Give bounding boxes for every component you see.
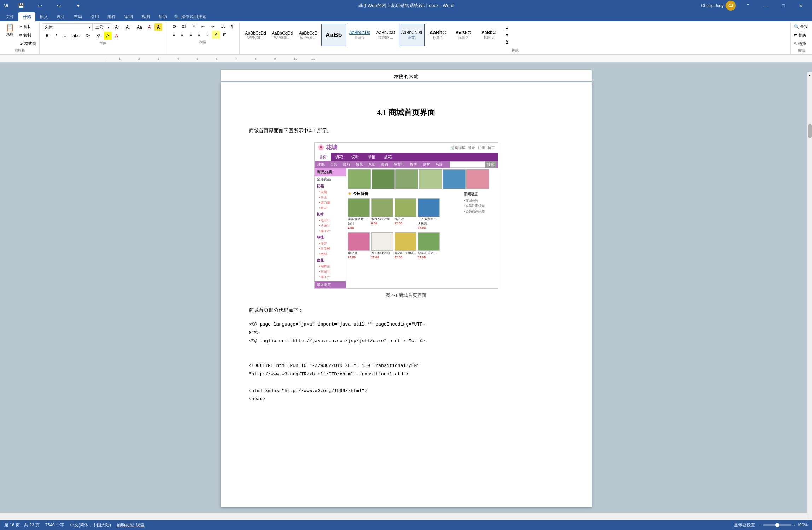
clear-format-button[interactable]: A [146,23,153,31]
fs-subnav-gerbera: 菊花 [353,161,366,168]
redo-button[interactable]: ↪ [51,0,67,11]
zoom-in-button[interactable]: + [793,523,795,528]
style-wpsoff2[interactable]: AaBbCcDd WPSOff… [269,24,295,46]
replace-button[interactable]: ⇄ 替换 [793,31,809,39]
tab-home[interactable]: 开始 [18,12,35,21]
style-h2[interactable]: AaBbC 标题 2 [451,24,475,46]
tab-layout[interactable]: 布局 [69,12,86,21]
numbering-button[interactable]: ≡1 [180,23,189,30]
justify-button[interactable]: ≡ [195,31,203,39]
format-painter-button[interactable]: 🖌 格式刷 [18,40,37,47]
bullets-button[interactable]: ≡• [170,23,179,30]
style-expand-button[interactable]: ⊻ [502,39,512,46]
show-marks-button[interactable]: ¶ [228,23,236,30]
tab-file[interactable]: 文件 [1,12,18,21]
paragraph-group: ≡• ≡1 ⊞ ⇤ ⇥ ↕A ¶ ≡ ≡ ≡ ≡ ↕ A ⊡ [166,22,240,54]
align-center-button[interactable]: ≡ [178,31,186,39]
borders-button[interactable]: ⊡ [221,31,229,39]
tab-mailings[interactable]: 邮件 [103,12,120,21]
ribbon-tabs: 文件 开始 插入 设计 布局 引用 邮件 审阅 视图 帮助 🔍 操作说明搜索 [0,11,812,21]
style-heading-big[interactable]: AaBb [321,24,346,46]
tab-help[interactable]: 帮助 [154,12,171,21]
ribbon-collapse-button[interactable]: ⌃ [740,0,756,11]
sort-button[interactable]: ↕A [217,23,227,30]
minimize-button[interactable]: — [758,0,774,11]
strikethrough-button[interactable]: abc [70,32,82,40]
style-h3[interactable]: AaBbC 标题 3 [476,24,501,46]
style-scroll-up-button[interactable]: ▲ [502,24,512,31]
document-area[interactable]: 示例的大处 4.1 商城首页界面 商城首页界面如下图所示中 4-1 所示。 🌸 … [0,63,812,513]
style-normal-net[interactable]: AaBbCcD 普通(网… [373,24,398,46]
scroll-up-button[interactable]: ▲ [807,72,812,78]
underline-button[interactable]: U [61,32,69,40]
align-left-button[interactable]: ≡ [170,31,177,39]
svg-text:W: W [4,4,8,8]
clipboard-label: 剪贴板 [2,47,37,53]
font-color-button[interactable]: A [154,23,163,31]
document-page[interactable]: 4.1 商城首页界面 商城首页界面如下图所示中 4-1 所示。 🌸 花城 🛒购物… [221,82,592,507]
close-button[interactable]: ✕ [793,0,809,11]
format-painter-icon: 🖌 [19,41,23,46]
save-button[interactable]: 💾 [13,0,29,11]
fs-sub-shihua: • 石斛兰 [315,269,346,275]
cut-button[interactable]: ✂ 剪切 [18,23,37,30]
zoom-slider[interactable] [763,524,791,526]
shading-button[interactable]: A [212,31,220,39]
ribbon: 文件 开始 插入 设计 布局 引用 邮件 审阅 视图 帮助 🔍 操作说明搜索 📋… [0,11,812,55]
font-grow-button[interactable]: A↑ [112,23,122,31]
italic-button[interactable]: I [52,32,60,40]
accessibility[interactable]: 辅助功能: 调查 [117,522,145,528]
style-wpsoff1[interactable]: AaBbCcDd WPSOff… [243,24,268,46]
tab-insert[interactable]: 插入 [35,12,52,21]
flower-shop-figure: 🌸 花城 🛒购物车 登录 注册 留言 首页 切花 切叶 绿植 [314,142,498,289]
font-size-selector[interactable]: 二号 ▾ [94,23,111,31]
styles-label: 样式 [242,47,788,53]
username-label: Cheng Joey [701,3,724,8]
tab-view[interactable]: 视图 [137,12,154,21]
zoom-out-button[interactable]: − [759,523,762,528]
cut-icon: ✂ [19,24,23,29]
font-color2-button[interactable]: A [113,32,121,40]
display-settings[interactable]: 显示器设置 [734,522,755,528]
highlight-button[interactable]: A [104,32,112,40]
line-spacing-button[interactable]: ↕ [204,31,211,39]
decrease-indent-button[interactable]: ⇤ [199,23,208,30]
style-scroll-down-button[interactable]: ▼ [502,31,512,39]
style-normal[interactable]: AaBbCcDd 正文 [399,24,425,46]
multilevel-list-button[interactable]: ⊞ [190,23,198,30]
increase-indent-button[interactable]: ⇥ [208,23,217,30]
font-shrink-button[interactable]: A↓ [123,23,133,31]
tell-me-input[interactable]: 🔍 操作说明搜索 [171,12,209,21]
scroll-thumb[interactable] [808,124,812,138]
status-left: 第 16 页，共 23 页 7540 个字 中文(简体，中国大陆) 辅助功能: … [4,522,145,528]
style-hyperlink[interactable]: AaBbCcDx 超链接 [347,24,373,46]
fs-all-products: 全部商品 [315,176,346,183]
style-wpsoff3[interactable]: AaBbCcD WPSOff… [296,24,321,46]
superscript-button[interactable]: X² [94,32,103,40]
font-controls: 宋体 ▾ 二号 ▾ A↑ A↓ Aa A A B I U [42,23,164,40]
vertical-scrollbar[interactable]: ▲ ▼ [807,72,812,513]
fs-nav-pot: 盆花 [380,153,396,161]
tab-design[interactable]: 设计 [52,12,69,21]
user-area[interactable]: Cheng Joey CJ [698,1,738,11]
select-button[interactable]: ↖ 选择 [793,40,809,47]
tab-review[interactable]: 审阅 [120,12,137,21]
paste-button[interactable]: 📋 粘贴 [2,23,18,38]
maximize-button[interactable]: □ [775,0,791,11]
align-right-button[interactable]: ≡ [187,31,194,39]
subscript-button[interactable]: X₂ [83,32,93,40]
undo-button[interactable]: ↩ [32,0,48,11]
find-button[interactable]: 🔍 查找 [793,23,809,30]
copy-button[interactable]: ⧉ 复制 [18,31,37,39]
fs-sub-juju: • 菊花 [315,206,346,211]
style-h1[interactable]: AaBbC 标题 1 [425,24,450,46]
font-case-button[interactable]: Aa [134,23,145,31]
font-family-selector[interactable]: 宋体 ▾ [43,23,93,31]
tab-references[interactable]: 引用 [86,12,103,21]
body-text: 商城首页部分代码如下： [249,306,563,315]
style-gallery: AaBbCcDd WPSOff… AaBbCcDd WPSOff… AaBbCc… [242,23,502,47]
fs-subnav-duomi: 多肉 [378,161,391,168]
customize-qat-button[interactable]: ▾ [70,0,86,11]
fs-sub-yezi2: • 椰子兰 [315,275,346,280]
bold-button[interactable]: B [43,32,51,40]
